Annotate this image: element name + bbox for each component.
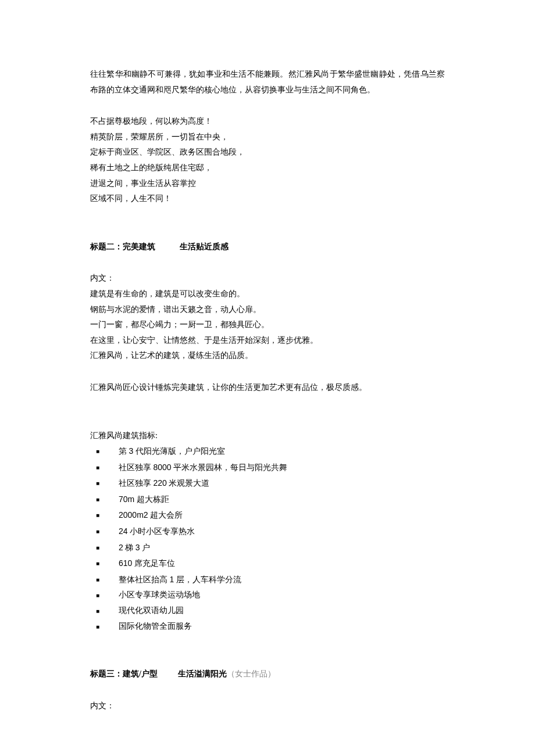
section-2-line: 建筑是有生命的，建筑是可以改变生命的。: [90, 286, 445, 302]
intro-paragraph-2: 不占据尊极地段，何以称为高度！精英阶层，荣耀居所，一切旨在中央，定标于商业区、学…: [90, 114, 445, 207]
heading-2: 标题二：完美建筑生活贴近质感: [90, 239, 445, 255]
section-2-line: 汇雅风尚，让艺术的建筑，凝练生活的品质。: [90, 348, 445, 364]
list-item: 小区专享球类运动场地: [90, 587, 445, 603]
list-item: 70m 超大栋距: [90, 492, 445, 508]
list-item: 现代化双语幼儿园: [90, 603, 445, 619]
intro-p2-line: 定标于商业区、学院区、政务区围合地段，: [90, 145, 445, 160]
list-item: 610 席充足车位: [90, 556, 445, 572]
list-item: 24 小时小区专享热水: [90, 524, 445, 540]
list-item: 社区独享 8000 平米水景园林，每日与阳光共舞: [90, 460, 445, 476]
list-item: 社区独享 220 米观景大道: [90, 475, 445, 492]
section-2-body: 内文： 建筑是有生命的，建筑是可以改变生命的。钢筋与水泥的爱情，谱出天籁之音，动…: [90, 271, 445, 364]
section-2-line: 在这里，让心安宁、让情悠然、于是生活开始深刻，逐步优雅。: [90, 333, 445, 349]
heading-2-prefix: 标题二：完美建筑: [90, 242, 155, 251]
intro-p2-line: 不占据尊极地段，何以称为高度！: [90, 114, 445, 130]
list-item: 2 梯 3 户: [90, 540, 445, 556]
intro-p2-line: 区域不同，人生不同！: [90, 191, 445, 207]
intro-p2-line: 稀有土地之上的绝版纯居住宅邸，: [90, 160, 445, 176]
heading-3-prefix: 标题三：建筑/户型: [90, 669, 158, 678]
section-2-line: 钢筋与水泥的爱情，谱出天籁之音，动人心扉。: [90, 302, 445, 318]
section-2-lead: 内文：: [90, 271, 445, 286]
list-item: 第 3 代阳光薄版，户户阳光室: [90, 443, 445, 460]
heading-3-suffix: 生活溢满阳光: [178, 669, 227, 678]
section-3-lead: 内文：: [90, 698, 445, 714]
intro-p2-line: 精英阶层，荣耀居所，一切旨在中央，: [90, 130, 445, 145]
heading-3-note: （女士作品）: [227, 669, 276, 678]
building-metrics-list: 第 3 代阳光薄版，户户阳光室社区独享 8000 平米水景园林，每日与阳光共舞社…: [90, 443, 445, 634]
section-2-line: 一门一窗，都尽心竭力；一厨一卫，都独具匠心。: [90, 317, 445, 333]
intro-paragraph-1: 往往繁华和幽静不可兼得，犹如事业和生活不能兼顾。然汇雅风尚于繁华盛世幽静处，凭借…: [90, 67, 445, 98]
section-2-paragraph-2: 汇雅风尚匠心设计锤炼完美建筑，让你的生活更加艺术更有品位，极尽质感。: [90, 380, 445, 396]
heading-3: 标题三：建筑/户型生活溢满阳光（女士作品）: [90, 667, 445, 682]
heading-2-suffix: 生活贴近质感: [180, 242, 229, 251]
intro-p2-line: 进退之间，事业生活从容掌控: [90, 176, 445, 192]
list-item: 2000m2 超大会所: [90, 507, 445, 524]
list-item: 整体社区抬高 1 层，人车科学分流: [90, 572, 445, 588]
list-title: 汇雅风尚建筑指标:: [90, 428, 445, 444]
list-item: 国际化物管全面服务: [90, 619, 445, 635]
